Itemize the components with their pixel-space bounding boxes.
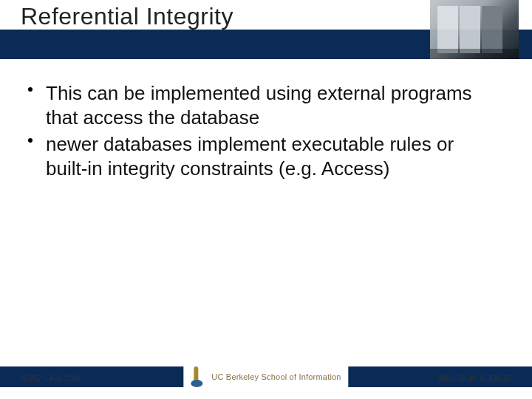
footer-course-label: IS 257 – Fall 2008: [21, 375, 81, 383]
slide: Referential Integrity This can be implem…: [0, 0, 532, 399]
bullet-item: newer databases implement executable rul…: [27, 132, 488, 180]
title-decoration-image: [430, 0, 519, 59]
ischool-logo-icon: [191, 366, 205, 387]
bullet-text: newer databases implement executable rul…: [40, 132, 488, 180]
footer-right: 2008-09-30 SLIDE 25: [437, 375, 511, 383]
bullet-item: This can be implemented using external p…: [27, 81, 488, 129]
bullet-dot-icon: [27, 132, 40, 143]
footer-logo: UC Berkeley School of Information: [183, 364, 348, 389]
footer-slide-label: SLIDE: [480, 375, 501, 383]
slide-body: This can be implemented using external p…: [27, 81, 488, 183]
bullet-dot-icon: [27, 81, 40, 92]
slide-title: Referential Integrity: [21, 3, 233, 30]
title-band: [0, 30, 532, 59]
footer-slide-number: 25: [503, 375, 511, 383]
footer-logo-text: UC Berkeley School of Information: [211, 372, 341, 381]
bullet-text: This can be implemented using external p…: [40, 81, 488, 129]
footer-date: 2008-09-30: [437, 375, 475, 383]
